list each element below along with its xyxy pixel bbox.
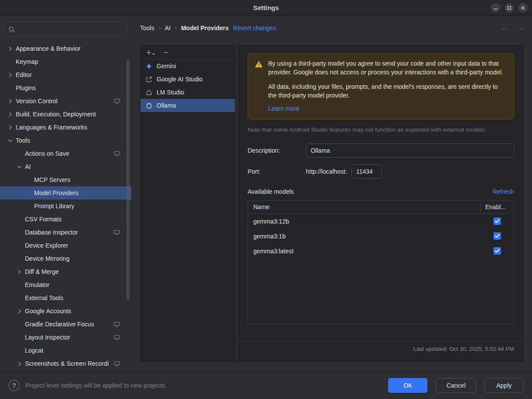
sidebar-tree-item[interactable]: Build, Execution, Deployment: [0, 108, 131, 121]
ollama-icon: [146, 102, 153, 109]
sidebar-tree-item[interactable]: Actions on Save: [0, 147, 131, 160]
sidebar-tree-item[interactable]: Gradle Declarative Focus: [0, 318, 131, 331]
sidebar-item-label: Appearance & Behavior: [16, 45, 80, 52]
sidebar-tree-item[interactable]: Database Inspector: [0, 226, 131, 239]
provider-item-google-ai-studio[interactable]: Google AI Studio: [140, 73, 235, 86]
learn-more-link[interactable]: Learn more: [268, 105, 300, 113]
chevron-right-icon: [6, 125, 14, 130]
ide-settings-icon: [114, 322, 120, 327]
provider-detail-panel: By using a third-party model you agree t…: [238, 45, 523, 361]
sidebar-tree-item[interactable]: External Tools: [0, 291, 131, 304]
model-name-cell: gemma3:12b: [248, 218, 480, 225]
sidebar-tree-item[interactable]: Google Accounts: [0, 304, 131, 318]
provider-list: Gemini Google AI Studio LM Studio Ollama: [140, 60, 235, 112]
dialog-footer: ? Project-level settings will be applied…: [0, 371, 532, 399]
sidebar-tree-item[interactable]: Device Explorer: [0, 239, 131, 252]
close-button[interactable]: [518, 3, 528, 13]
sidebar-tree-item[interactable]: MCP Servers: [0, 173, 131, 186]
models-table: Name Enabl... gemma3:12b gemma3:1b gemma…: [248, 200, 514, 324]
sidebar-item-label: Editor: [16, 71, 32, 78]
apply-button[interactable]: Apply: [484, 378, 524, 393]
sidebar-item-label: Device Mirroring: [25, 255, 70, 262]
search-input[interactable]: [18, 25, 123, 33]
model-name-cell: gemma3:1b: [248, 233, 480, 240]
refresh-link[interactable]: Refresh: [493, 188, 514, 195]
breadcrumb: Tools › AI › Model Providers Revert chan…: [140, 16, 532, 39]
titlebar: Settings: [0, 0, 532, 16]
chevron-right-icon: [15, 309, 23, 314]
port-label: Port:: [248, 168, 306, 175]
sidebar-tree-item[interactable]: CSV Formats: [0, 213, 131, 226]
remove-provider-button[interactable]: [163, 49, 169, 56]
provider-item-lm-studio[interactable]: LM Studio: [140, 86, 235, 99]
model-name-cell: gemma3:latest: [248, 248, 480, 255]
chevron-right-icon: [6, 112, 14, 117]
revert-changes-link[interactable]: Revert changes: [233, 24, 276, 32]
sidebar-tree-item[interactable]: Emulator: [0, 278, 131, 291]
breadcrumb-tools[interactable]: Tools: [140, 24, 154, 32]
sidebar-item-label: Gradle Declarative Focus: [25, 321, 94, 328]
sidebar-tree-item[interactable]: Prompt Library: [0, 200, 131, 213]
port-field[interactable]: [351, 164, 382, 178]
sidebar-item-label: Emulator: [25, 281, 49, 288]
sidebar-tree-item[interactable]: Keymap: [0, 55, 131, 68]
sidebar-item-label: Diff & Merge: [25, 268, 59, 275]
table-row[interactable]: gemma3:latest: [248, 244, 514, 259]
sidebar-tree-item[interactable]: Diff & Merge: [0, 265, 131, 278]
search-box[interactable]: [4, 22, 128, 37]
sidebar-tree-item[interactable]: Appearance & Behavior: [0, 42, 131, 55]
ide-settings-icon: [114, 98, 120, 104]
sidebar-item-label: Layout Inspector: [25, 334, 70, 341]
provider-item-gemini[interactable]: Gemini: [140, 60, 235, 73]
gemini-icon: [146, 63, 153, 70]
sidebar-tree-item[interactable]: Logcat: [0, 344, 131, 357]
table-row[interactable]: gemma3:12b: [248, 214, 514, 229]
provider-label: LM Studio: [157, 89, 184, 96]
ok-button[interactable]: OK: [388, 378, 427, 393]
chevron-right-icon: [15, 361, 23, 366]
window-title: Settings: [253, 4, 279, 11]
sidebar-scrollbar[interactable]: [126, 60, 130, 300]
sidebar-item-label: MCP Servers: [34, 176, 70, 183]
sidebar-tree-item[interactable]: Layout Inspector: [0, 331, 131, 344]
back-arrow-icon[interactable]: ←: [500, 23, 508, 32]
sidebar-tree-item[interactable]: Screenshots & Screen Recordi: [0, 357, 131, 370]
chevron-right-icon: [6, 46, 14, 51]
minimize-button[interactable]: [491, 3, 500, 13]
sidebar-tree-item[interactable]: Plugins: [0, 81, 131, 94]
provider-label: Ollama: [157, 102, 176, 109]
sidebar-item-label: Keymap: [16, 58, 38, 65]
breadcrumb-ai[interactable]: AI: [165, 24, 171, 32]
provider-item-ollama[interactable]: Ollama: [140, 99, 235, 112]
help-icon[interactable]: ?: [8, 380, 20, 391]
description-field[interactable]: [306, 144, 514, 158]
providers-toolbar: [140, 46, 235, 60]
maximize-button[interactable]: [504, 3, 514, 13]
sidebar-tree-item[interactable]: Editor: [0, 68, 131, 81]
sidebar-tree-item[interactable]: AI: [0, 160, 131, 173]
forward-arrow-icon[interactable]: →: [516, 23, 524, 32]
sidebar-tree-item[interactable]: Version Control: [0, 94, 131, 108]
sidebar-item-label: Plugins: [16, 84, 36, 91]
sidebar-item-label: Device Explorer: [25, 242, 68, 249]
sidebar-tree-item[interactable]: Tools: [0, 134, 131, 147]
sidebar-item-label: Google Accounts: [25, 308, 71, 315]
model-enabled-checkbox[interactable]: [494, 247, 501, 255]
add-provider-button[interactable]: [146, 49, 155, 56]
model-enabled-checkbox[interactable]: [494, 232, 501, 240]
sidebar-item-label: CSV Formats: [25, 216, 62, 223]
sidebar-tree-item[interactable]: Device Mirroring: [0, 252, 131, 265]
sidebar-item-label: Version Control: [16, 98, 58, 105]
ide-settings-icon: [114, 151, 120, 156]
warning-paragraph: By using a third-party model you agree t…: [268, 60, 507, 77]
sidebar-tree-item[interactable]: Model Providers: [0, 186, 131, 200]
sidebar-tree-item[interactable]: Languages & Frameworks: [0, 121, 131, 134]
chevron-right-icon: [6, 99, 14, 104]
cancel-button[interactable]: Cancel: [435, 378, 476, 393]
google-ai-studio-icon: [146, 76, 153, 83]
ide-settings-icon: [114, 335, 120, 340]
table-row[interactable]: gemma3:1b: [248, 229, 514, 244]
model-enabled-checkbox[interactable]: [494, 217, 501, 225]
column-header-enabled: Enabl...: [480, 201, 514, 214]
models-table-header: Name Enabl...: [248, 201, 514, 214]
